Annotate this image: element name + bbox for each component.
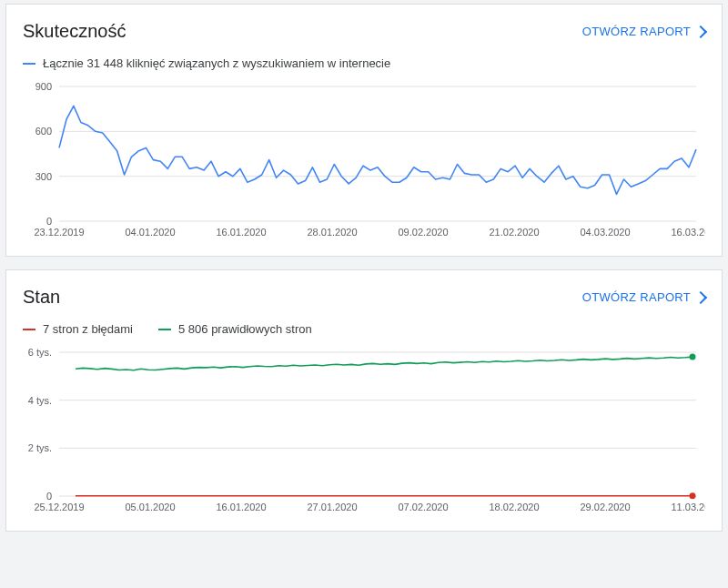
legend-swatch <box>23 63 35 65</box>
performance-legend: Łącznie 31 448 kliknięć związanych z wys… <box>6 49 722 70</box>
coverage-legend-valid: 5 806 prawidłowych stron <box>158 322 312 336</box>
svg-text:27.01.2020: 27.01.2020 <box>307 502 357 512</box>
coverage-open-report-label: OTWÓRZ RAPORT <box>582 290 691 304</box>
svg-text:900: 900 <box>35 81 52 92</box>
coverage-legend-errors-label: 7 stron z błędami <box>43 322 133 336</box>
svg-text:0: 0 <box>46 491 52 502</box>
legend-swatch <box>158 329 171 330</box>
svg-text:16.03.2020: 16.03.2020 <box>671 227 705 238</box>
svg-point-32 <box>690 492 696 499</box>
svg-text:600: 600 <box>35 126 52 137</box>
svg-text:6 tys.: 6 tys. <box>28 347 52 358</box>
svg-text:09.02.2020: 09.02.2020 <box>398 227 448 238</box>
coverage-card: Stan OTWÓRZ RAPORT 7 stron z błędami 5 8… <box>5 269 723 532</box>
svg-text:04.01.2020: 04.01.2020 <box>125 227 175 238</box>
svg-text:11.03.2020: 11.03.2020 <box>671 502 705 512</box>
svg-text:18.02.2020: 18.02.2020 <box>489 502 539 512</box>
coverage-title: Stan <box>23 287 60 308</box>
performance-title: Skuteczność <box>23 21 126 42</box>
coverage-chart: 02 tys.4 tys.6 tys.25.12.201905.01.20201… <box>23 345 705 516</box>
coverage-legend-valid-label: 5 806 prawidłowych stron <box>178 322 312 336</box>
performance-card-header: Skuteczność OTWÓRZ RAPORT <box>6 5 722 49</box>
svg-text:07.02.2020: 07.02.2020 <box>398 502 448 512</box>
performance-legend-clicks-label: Łącznie 31 448 kliknięć związanych z wys… <box>43 56 390 70</box>
svg-point-33 <box>690 354 696 360</box>
svg-text:0: 0 <box>46 216 52 227</box>
performance-open-report-label: OTWÓRZ RAPORT <box>582 25 691 38</box>
performance-legend-clicks: Łącznie 31 448 kliknięć związanych z wys… <box>23 56 390 70</box>
svg-text:4 tys.: 4 tys. <box>28 395 52 406</box>
coverage-card-header: Stan OTWÓRZ RAPORT <box>6 270 722 315</box>
coverage-chart-wrap: 02 tys.4 tys.6 tys.25.12.201905.01.20201… <box>6 336 722 531</box>
svg-text:21.02.2020: 21.02.2020 <box>489 227 539 238</box>
coverage-legend: 7 stron z błędami 5 806 prawidłowych str… <box>6 315 722 336</box>
svg-text:28.01.2020: 28.01.2020 <box>307 227 357 238</box>
svg-text:29.02.2020: 29.02.2020 <box>580 502 630 512</box>
performance-chart-wrap: 030060090023.12.201904.01.202016.01.2020… <box>6 70 722 256</box>
svg-text:300: 300 <box>35 171 52 182</box>
svg-text:05.01.2020: 05.01.2020 <box>125 502 175 512</box>
page: Skuteczność OTWÓRZ RAPORT Łącznie 31 448… <box>0 4 728 532</box>
performance-open-report-button[interactable]: OTWÓRZ RAPORT <box>582 25 705 38</box>
chevron-right-icon <box>694 290 707 303</box>
svg-text:25.12.2019: 25.12.2019 <box>34 502 84 512</box>
svg-text:23.12.2019: 23.12.2019 <box>34 227 84 238</box>
coverage-open-report-button[interactable]: OTWÓRZ RAPORT <box>582 290 705 304</box>
svg-text:16.01.2020: 16.01.2020 <box>216 502 266 512</box>
legend-swatch <box>23 329 35 330</box>
chevron-right-icon <box>694 25 707 37</box>
svg-text:16.01.2020: 16.01.2020 <box>216 227 266 238</box>
svg-text:04.03.2020: 04.03.2020 <box>580 227 630 238</box>
svg-text:2 tys.: 2 tys. <box>28 442 52 453</box>
performance-card: Skuteczność OTWÓRZ RAPORT Łącznie 31 448… <box>5 4 723 257</box>
coverage-legend-errors: 7 stron z błędami <box>23 322 133 336</box>
performance-chart: 030060090023.12.201904.01.202016.01.2020… <box>23 79 705 241</box>
